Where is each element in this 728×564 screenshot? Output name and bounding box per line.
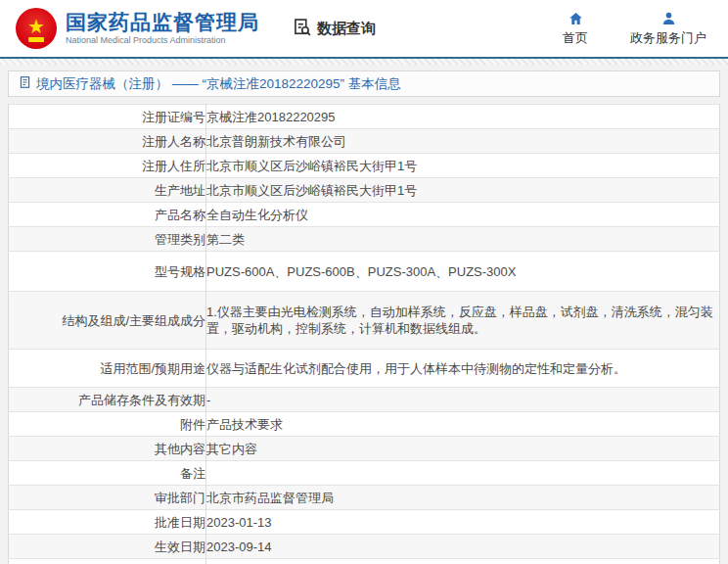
table-row: 适用范围/预期用途仪器与适配生化试剂配合使用，用于人体样本中待测物的定性和定量分… <box>9 350 720 388</box>
row-value: 2023-09-14 <box>206 535 720 559</box>
row-value: PUZS-600A、PUZS-600B、PUZS-300A、PUZS-300X <box>206 252 720 292</box>
nav-home-label: 首页 <box>563 29 588 47</box>
site-subtitle: National Medical Products Administration <box>66 36 259 46</box>
row-label: 管理类别 <box>9 227 206 252</box>
table-row: 备注 <box>9 461 720 486</box>
row-value: 2023-01-13 <box>206 510 720 535</box>
nav-item-home[interactable]: 首页 <box>554 11 597 47</box>
table-row: 注册证编号京械注准20182220295 <box>9 105 720 129</box>
site-header: ★ 国家药品监督管理局 National Medical Products Ad… <box>0 0 728 59</box>
row-label: 其他内容 <box>9 437 206 461</box>
table-row: 生效日期2023-09-14 <box>9 535 720 559</box>
row-label: 型号规格 <box>9 252 206 292</box>
table-row: 结构及组成/主要组成成分1.仪器主要由光电检测系统，自动加样系统，反应盘，样品盘… <box>9 292 720 350</box>
row-value: 1.仪器主要由光电检测系统，自动加样系统，反应盘，样品盘，试剂盘，清洗系统，混匀… <box>206 292 720 350</box>
row-label: 批准日期 <box>9 510 206 535</box>
row-value: - <box>206 388 720 412</box>
site-logo[interactable]: ★ 国家药品监督管理局 National Medical Products Ad… <box>16 8 259 49</box>
nav-gov-portal-label: 政务服务门户 <box>630 29 706 47</box>
info-table-wrap: 注册证编号京械注准20182220295注册人名称北京普朗新技术有限公司注册人住… <box>8 104 720 564</box>
table-row: 注册人名称北京普朗新技术有限公司 <box>9 129 720 154</box>
table-row: 注册人住所北京市顺义区后沙峪镇裕民大街甲1号 <box>9 154 720 178</box>
row-label: 生产地址 <box>9 178 206 203</box>
row-label: 附件 <box>9 412 206 437</box>
breadcrumb: 境内医疗器械（注册） —— “京械注准20182220295” 基本信息 <box>8 70 720 97</box>
row-label: 注册证编号 <box>9 105 206 129</box>
person-icon <box>660 11 677 26</box>
row-label: 备注 <box>9 461 206 486</box>
row-value: 全自动生化分析仪 <box>206 203 720 227</box>
home-icon <box>568 11 584 26</box>
row-value: 北京普朗新技术有限公司 <box>206 129 720 154</box>
document-icon <box>19 75 31 92</box>
info-table: 注册证编号京械注准20182220295注册人名称北京普朗新技术有限公司注册人住… <box>8 104 720 564</box>
content-area: 境内医疗器械（注册） —— “京械注准20182220295” 基本信息 注册证… <box>0 65 728 564</box>
row-label: 生效日期 <box>9 535 206 559</box>
star-icon: ★ <box>27 17 45 36</box>
table-row: 附件产品技术要求 <box>9 412 720 437</box>
data-query-label: 数据查询 <box>317 20 376 38</box>
document-search-icon <box>293 18 312 40</box>
table-row: 管理类别第二类 <box>9 227 720 252</box>
row-value: 北京市顺义区后沙峪镇裕民大街甲1号 <box>206 154 720 178</box>
row-value: 仪器与适配生化试剂配合使用，用于人体样本中待测物的定性和定量分析。 <box>206 350 720 388</box>
table-row: 审批部门北京市药品监督管理局 <box>9 486 720 510</box>
row-value: 北京市顺义区后沙峪镇裕民大街甲1号 <box>206 178 720 203</box>
gate-icon <box>28 37 44 42</box>
table-row: 其他内容其它内容 <box>9 437 720 461</box>
site-title: 国家药品监督管理局 <box>66 11 259 33</box>
row-label: 有效期至 <box>9 559 206 564</box>
row-label: 审批部门 <box>9 486 206 510</box>
info-table-body: 注册证编号京械注准20182220295注册人名称北京普朗新技术有限公司注册人住… <box>9 105 720 564</box>
row-label: 注册人名称 <box>9 129 206 154</box>
nav-item-gov-portal[interactable]: 政务服务门户 <box>630 11 706 47</box>
row-value: 产品技术要求 <box>206 412 720 437</box>
row-value: 北京市药品监督管理局 <box>206 486 720 510</box>
table-row: 生产地址北京市顺义区后沙峪镇裕民大街甲1号 <box>9 178 720 203</box>
row-label: 结构及组成/主要组成成分 <box>9 292 206 350</box>
table-row: 型号规格PUZS-600A、PUZS-600B、PUZS-300A、PUZS-3… <box>9 252 720 292</box>
table-row: 产品储存条件及有效期- <box>9 388 720 412</box>
row-value <box>206 461 720 486</box>
table-row: 有效期至2028-09-13 <box>9 559 720 564</box>
page: ★ 国家药品监督管理局 National Medical Products Ad… <box>0 0 728 564</box>
logo-text: 国家药品监督管理局 National Medical Products Admi… <box>66 11 259 46</box>
row-label: 产品名称 <box>9 203 206 227</box>
row-value: 京械注准20182220295 <box>206 105 720 129</box>
row-value: 2028-09-13 <box>206 559 720 564</box>
row-value: 第二类 <box>206 227 720 252</box>
table-row: 批准日期2023-01-13 <box>9 510 720 535</box>
row-label: 产品储存条件及有效期 <box>9 388 206 412</box>
row-label: 适用范围/预期用途 <box>9 350 206 388</box>
row-label: 注册人住所 <box>9 154 206 178</box>
data-query-link[interactable]: 数据查询 <box>293 18 376 40</box>
top-nav: 首页 政务服务门户 <box>554 11 712 47</box>
row-value: 其它内容 <box>206 437 720 461</box>
china-national-emblem-icon: ★ <box>16 8 57 49</box>
table-row: 产品名称全自动生化分析仪 <box>9 203 720 227</box>
breadcrumb-text: 境内医疗器械（注册） —— “京械注准20182220295” 基本信息 <box>36 75 401 93</box>
